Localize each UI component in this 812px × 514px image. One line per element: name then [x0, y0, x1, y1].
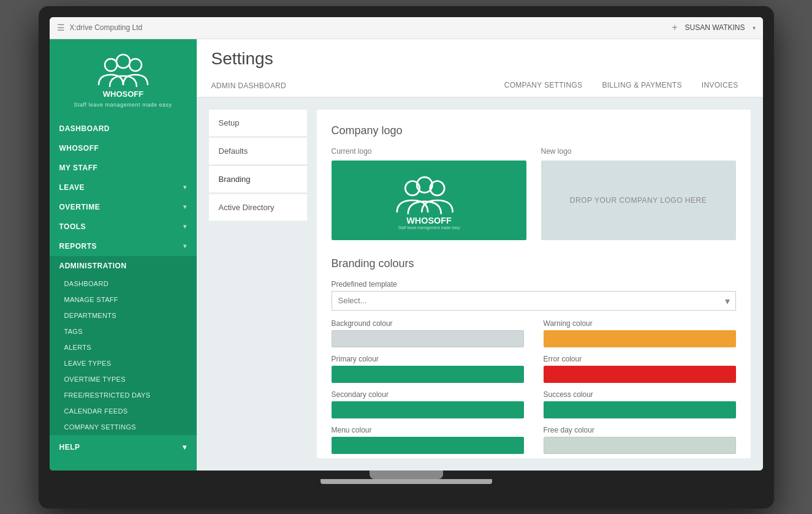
svg-point-2	[116, 55, 130, 68]
tab-invoices[interactable]: INVOICES	[692, 75, 748, 97]
primary-colour-bar[interactable]	[332, 366, 524, 383]
svg-text:Staff leave management made ea: Staff leave management made easy	[398, 225, 460, 230]
admin-sub-alerts[interactable]: ALERTS	[50, 339, 197, 355]
main-content: Settings ADMIN DASHBOARD COMPANY SETTING…	[197, 39, 763, 471]
sidebar-item-reports[interactable]: REPORTS ▾	[50, 236, 197, 256]
admin-section: ADMINISTRATION DASHBOARD MANAGE STAFF DE…	[50, 256, 197, 435]
sidebar-item-whosoff[interactable]: WHOSOFF	[50, 138, 197, 158]
background-colour-label: Background colour	[332, 319, 524, 328]
admin-sub-calendar-feeds[interactable]: CALENDAR FEEDS	[50, 403, 197, 419]
free-day-colour-bar[interactable]	[544, 437, 736, 454]
predefined-select[interactable]: Select...	[332, 291, 736, 311]
background-colour-bar[interactable]	[332, 330, 524, 347]
user-name: SUSAN WATKINS	[685, 23, 745, 32]
background-colour-row: Background colour	[332, 319, 524, 347]
error-colour-row: Error colour	[544, 355, 736, 383]
free-day-colour-label: Free day colour	[544, 426, 736, 434]
secondary-colour-bar[interactable]	[332, 401, 524, 418]
admin-sub-manage-staff[interactable]: MANAGE STAFF	[50, 292, 197, 308]
success-colour-row: Success colour	[544, 390, 736, 418]
sidebar-item-help[interactable]: HELP ▾	[50, 437, 197, 457]
predefined-dropdown-wrapper: Select...	[332, 291, 736, 311]
top-bar-right: + SUSAN WATKINS ▾	[672, 22, 755, 33]
sidebar-nav: DASHBOARD WHOSOFF MY STAFF LEAVE ▾ OVERT…	[50, 119, 197, 256]
page-tabs: ADMIN DASHBOARD COMPANY SETTINGS BILLING…	[211, 75, 748, 97]
admin-sub-tags[interactable]: TAGS	[50, 323, 197, 339]
add-button[interactable]: +	[672, 22, 677, 33]
menu-colour-bar[interactable]	[332, 437, 524, 454]
success-colour-bar[interactable]	[544, 401, 736, 418]
tab-billing-payments[interactable]: BILLING & PAYMENTS	[592, 75, 691, 97]
admin-sub-overtime-types[interactable]: OVERTIME TYPES	[50, 371, 197, 387]
svg-text:WHOSOFF: WHOSOFF	[406, 215, 452, 225]
primary-colour-row: Primary colour	[332, 355, 524, 383]
current-logo-label: Current logo	[332, 147, 526, 156]
colours-left: Background colour Primary colour Seconda…	[332, 319, 524, 458]
current-logo-col: Current logo WHOSO	[332, 147, 526, 240]
sidebar: WHOSOFF Staff leave management made easy…	[50, 39, 197, 471]
sidebar-item-overtime[interactable]: OVERTIME ▾	[50, 197, 197, 217]
free-day-colour-row: Free day colour	[544, 426, 736, 454]
warning-colour-bar[interactable]	[544, 330, 736, 347]
leave-chevron-icon: ▾	[183, 184, 187, 191]
svg-text:WHOSOFF: WHOSOFF	[102, 89, 143, 99]
content-area: Setup Defaults Branding Active Directory…	[197, 97, 763, 471]
warning-colour-row: Warning colour	[544, 319, 736, 347]
predefined-label: Predefined template	[332, 280, 736, 289]
left-panel-defaults[interactable]: Defaults	[209, 138, 307, 165]
left-panel: Setup Defaults Branding Active Directory	[209, 110, 307, 458]
svg-point-1	[129, 59, 142, 71]
admin-sub-departments[interactable]: DEPARTMENTS	[50, 308, 197, 323]
left-panel-branding[interactable]: Branding	[209, 166, 307, 193]
logo-section-title: Company logo	[332, 124, 736, 137]
menu-icon[interactable]: ☰	[57, 23, 65, 32]
sidebar-item-my-staff[interactable]: MY STAFF	[50, 158, 197, 178]
page-tabs-right: COMPANY SETTINGS BILLING & PAYMENTS INVO…	[495, 75, 748, 97]
tab-company-settings[interactable]: COMPANY SETTINGS	[495, 75, 593, 97]
secondary-colour-label: Secondary colour	[332, 390, 524, 399]
sidebar-logo: WHOSOFF Staff leave management made easy	[50, 39, 197, 116]
drop-logo-box[interactable]: DROP YOUR COMPANY LOGO HERE	[541, 161, 736, 240]
sidebar-item-dashboard[interactable]: DASHBOARD	[50, 119, 197, 138]
admin-sub-dashboard[interactable]: DASHBOARD	[50, 276, 197, 292]
user-chevron-icon[interactable]: ▾	[753, 25, 756, 31]
left-panel-active-directory[interactable]: Active Directory	[209, 194, 307, 221]
svg-point-0	[105, 59, 117, 71]
colours-right: Warning colour Error colour Success colo…	[544, 319, 736, 458]
left-panel-setup[interactable]: Setup	[209, 110, 307, 137]
new-logo-label: New logo	[541, 147, 736, 156]
secondary-colour-row: Secondary colour	[332, 390, 524, 418]
error-colour-bar[interactable]	[544, 366, 736, 383]
logo-section: Current logo WHOSO	[332, 147, 736, 240]
right-panel: Company logo Current logo	[317, 110, 751, 458]
page-header: Settings ADMIN DASHBOARD COMPANY SETTING…	[197, 39, 763, 97]
app-body: WHOSOFF Staff leave management made easy…	[50, 39, 763, 471]
logo-tagline: Staff leave management made easy	[74, 102, 172, 108]
admin-sub-leave-types[interactable]: LEAVE TYPES	[50, 355, 197, 371]
error-colour-label: Error colour	[544, 355, 736, 363]
drop-logo-text: DROP YOUR COMPANY LOGO HERE	[570, 196, 707, 205]
branding-colours-title: Branding colours	[332, 257, 736, 270]
warning-colour-label: Warning colour	[544, 319, 736, 328]
whosoff-logo: WHOSOFF	[80, 51, 166, 100]
new-logo-col: New logo DROP YOUR COMPANY LOGO HERE	[541, 147, 736, 240]
breadcrumb[interactable]: ADMIN DASHBOARD	[211, 77, 287, 95]
admin-sub-company-settings[interactable]: COMPANY SETTINGS	[50, 419, 197, 435]
page-title: Settings	[211, 49, 748, 69]
reports-chevron-icon: ▾	[183, 243, 187, 249]
sidebar-item-tools[interactable]: TOOLS ▾	[50, 217, 197, 236]
success-colour-label: Success colour	[544, 390, 736, 399]
sidebar-item-leave[interactable]: LEAVE ▾	[50, 178, 197, 197]
predefined-template-row: Predefined template Select...	[332, 280, 736, 311]
admin-sub-free-restricted[interactable]: FREE/RESTRICTED DAYS	[50, 387, 197, 403]
menu-colour-label: Menu colour	[332, 426, 524, 434]
top-bar: ☰ X:drive Computing Ltd + SUSAN WATKINS …	[50, 17, 763, 39]
menu-colour-row: Menu colour	[332, 426, 524, 454]
tools-chevron-icon: ▾	[183, 223, 187, 230]
help-chevron-icon: ▾	[183, 443, 187, 452]
admin-header: ADMINISTRATION	[50, 256, 197, 276]
overtime-chevron-icon: ▾	[183, 203, 187, 210]
company-logo-image: WHOSOFF Staff leave management made easy	[374, 170, 484, 231]
top-bar-title: X:drive Computing Ltd	[70, 23, 672, 32]
colours-grid: Background colour Primary colour Seconda…	[332, 319, 736, 458]
